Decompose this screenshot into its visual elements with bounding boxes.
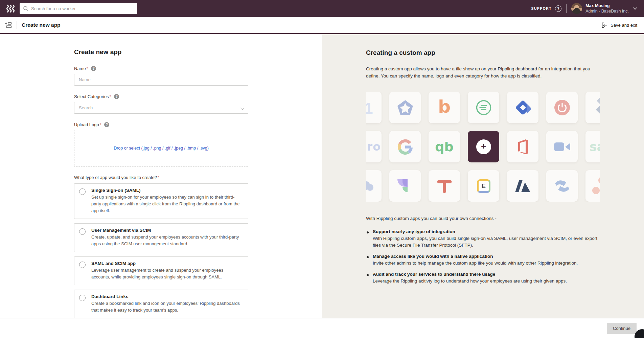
app-tile-letter-t [429,170,460,202]
exit-icon [601,22,607,28]
option-description: Set up single sign-on for your employees… [91,194,243,214]
radio-button[interactable] [79,262,86,268]
app-tile-quickbooks-qb: qb [429,131,460,162]
help-icon[interactable]: ? [104,122,109,127]
app-tile-power-button [546,92,578,123]
rippling-logo-icon [6,4,15,13]
bullet-dot [367,231,369,233]
upload-logo-label: Upload Logo [74,122,101,127]
app-tile-digit-one: 1 [366,92,382,123]
radio-button[interactable] [79,295,86,301]
avatar[interactable] [571,3,582,14]
app-tile-video-camera [546,131,578,162]
name-input[interactable] [74,74,248,86]
app-tile-ring-lines [468,92,499,123]
page-header-bar: Create new app Save and exit [0,17,644,34]
logo-dropzone[interactable]: Drop or select (.jpg / .png / .gif / .jp… [74,130,248,166]
save-and-exit-button[interactable]: Save and exit [601,22,637,28]
info-intro: Creating a custom app allows you to have… [366,65,593,80]
app-type-question: What type of app would you like to creat… [74,175,248,180]
benefit-description: Invite other admins to help manage the c… [373,260,578,267]
app-tile-custom-app-plus: + [468,131,499,162]
option-description: Create, update, and suspend your employe… [91,234,243,247]
option-title: Single Sign-on (SAML) [91,188,243,193]
topbar-divider [566,4,567,13]
benefit-item: Audit and track your services to underst… [366,272,603,285]
form-heading: Create new app [74,48,248,56]
top-navigation-bar: SUPPORT ? Max Musing Admin · BaseDash In… [0,0,644,17]
save-and-exit-label: Save and exit [611,23,637,28]
app-tile-pink-dots [585,170,600,202]
radio-button[interactable] [79,188,86,195]
option-single-sign-on[interactable]: Single Sign-on (SAML) Set up single sign… [74,183,248,219]
user-role: Admin · BaseDash Inc. [585,8,629,14]
app-tile-sa-text: sa [585,131,600,162]
app-tile-grid-clip: 1bmiroqb+saE [366,92,600,202]
option-title: User Management via SCIM [91,228,243,233]
option-description: Leverage user management to create and s… [91,267,243,280]
create-new-app-page: SUPPORT ? Max Musing Admin · BaseDash In… [0,0,644,338]
support-link[interactable]: SUPPORT [531,6,552,10]
option-scim[interactable]: User Management via SCIM Create, update,… [74,223,248,252]
add-to-list-icon[interactable] [5,22,12,28]
categories-select[interactable] [74,102,248,114]
page-title: Create new app [22,22,61,28]
benefit-description: With Rippling custom apps, you can build… [373,235,603,249]
option-saml-and-scim[interactable]: SAML and SCIM app Leverage user manageme… [74,256,248,285]
app-tile-google-g [389,131,421,162]
benefit-title: Support nearly any type of integration [373,229,603,234]
bullet-dot [367,274,369,276]
svg-text:1: 1 [366,99,373,116]
radio-button[interactable] [79,228,86,235]
app-tile-stacked-diamonds [585,92,600,123]
info-pane: Creating a custom app Creating a custom … [322,34,644,318]
benefit-item: Support nearly any type of integration W… [366,229,603,249]
benefit-title: Audit and track your services to underst… [373,272,567,277]
app-tile-jira-diamond [507,92,538,123]
form-pane: Create new app Name ? Select Categories … [0,34,322,318]
app-tile-ribbon-cross [546,170,578,202]
benefit-title: Manage access like you would with a nati… [373,254,578,259]
option-title: SAML and SCIM app [91,261,243,266]
header-divider [17,21,17,29]
option-description: Create a bookmarked link and icon on you… [91,300,243,314]
app-tile-pentagon-star [389,92,421,123]
support-help-icon[interactable]: ? [555,5,561,12]
app-grid: 1bmiroqb+saE [366,92,600,202]
benefit-description: Leverage the Rippling acitivty log to un… [373,278,567,285]
continue-button[interactable]: Continue [607,323,637,334]
connections-line: With Rippling custom apps you can build … [366,216,644,221]
help-icon[interactable]: ? [91,66,96,71]
account-menu[interactable]: Max Musing Admin · BaseDash Inc. [585,3,629,14]
info-heading: Creating a custom app [366,49,644,57]
search-input[interactable] [31,6,134,11]
file-select-link[interactable]: Drop or select (.jpg / .png / .gif / .jp… [114,146,209,151]
categories-search-input[interactable] [74,102,248,114]
benefit-item: Manage access like you would with a nati… [366,254,603,267]
coworker-search[interactable] [20,3,137,14]
option-dashboard-links[interactable]: Dashboard Links Create a bookmarked link… [74,290,248,318]
categories-label: Select Categories [74,94,111,99]
chevron-down-icon[interactable] [633,7,637,10]
bullet-dot [367,256,369,258]
option-title: Dashboard Links [91,294,243,299]
app-tile-letter-e-frame: E [468,170,499,202]
app-tile-letter-b: b [429,92,460,123]
app-tile-cloud [366,170,382,202]
help-icon[interactable]: ? [114,94,119,99]
name-label: Name [74,66,88,71]
app-tile-office [507,131,538,162]
app-tile-miro-text: miro [366,131,382,162]
search-icon [23,6,28,11]
user-name: Max Musing [585,3,629,8]
footer-bar: Continue [0,318,644,338]
app-tile-quad-leaf [389,170,421,202]
app-tile-letter-a-slant [507,170,538,202]
